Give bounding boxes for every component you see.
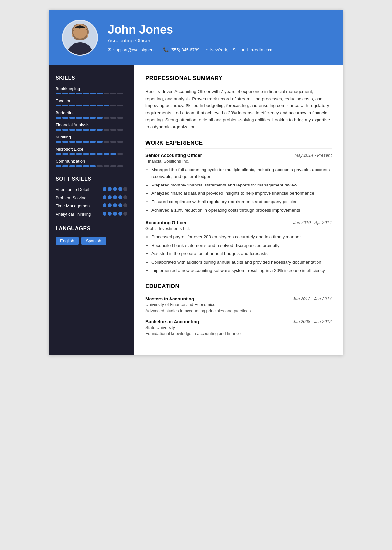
phone-icon: 📞 [163,47,169,52]
header-section: John Jones Accounting Officer ✉ support@… [49,10,343,65]
edu-degree: Bachelors in Accounting [145,319,199,324]
skill-segment [62,93,68,94]
skill-item: Microsoft Excel [56,147,127,155]
skill-segment [97,117,103,119]
soft-skill-dots [103,187,127,191]
skill-segment [97,153,103,155]
job-bullets: Managed the full accounting cycle for mu… [145,166,332,214]
dot [113,203,117,207]
summary-text: Results-driven Accounting Officer with 7… [145,88,332,131]
skill-segment [56,153,61,155]
skill-segment [69,141,75,143]
job-header: Senior Accounting OfficerMay 2014 - Pres… [145,153,332,158]
skill-segment [104,117,109,119]
job-bullet: Achieved a 10% reduction in operating co… [151,207,332,214]
skill-bar [56,105,127,106]
skill-segment [62,105,68,106]
skill-segment [117,165,123,167]
linkedin-icon: in [242,47,246,52]
resume-container: John Jones Accounting Officer ✉ support@… [49,10,343,355]
avatar [62,20,98,56]
jobs-list: Senior Accounting OfficerMay 2014 - Pres… [145,153,332,274]
soft-skill-name: Problem Solving [56,195,87,200]
skill-name: Communication [56,159,127,164]
dot [118,195,122,199]
education-title: EDUCATION [145,283,332,292]
skill-segment [62,117,68,119]
skill-segment [90,165,96,167]
dot [113,187,117,191]
dot [103,203,106,207]
skill-bar [56,153,127,155]
job-bullet: Ensured compliance with all regulatory r… [151,198,332,205]
language-tag: English [56,237,79,245]
dot [118,187,122,191]
skill-bar [56,165,127,167]
skill-segment [104,153,109,155]
skill-segment [76,165,82,167]
skill-segment [110,129,116,131]
skill-name: Microsoft Excel [56,147,127,152]
skill-segment [62,129,68,131]
skill-segment [76,153,82,155]
dot [113,195,117,199]
skill-item: Bookkeeping [56,86,127,94]
skill-segment [83,141,89,143]
soft-skill-item: Attention to Detail [56,187,127,192]
edu-header: Bachelors in AccountingJan 2008 - Jan 20… [145,319,332,324]
skill-segment [117,153,123,155]
language-tags: EnglishSpanish [56,237,127,245]
edu-item: Bachelors in AccountingJan 2008 - Jan 20… [145,319,332,336]
skill-segment [97,105,103,106]
soft-skill-item: Time Management [56,203,127,208]
contact-linkedin: in LinkedIn.com [242,47,272,52]
skill-segment [83,93,89,94]
skill-segment [76,105,82,106]
soft-skill-dots [103,203,127,207]
skill-segment [110,117,116,119]
skill-segment [62,141,68,143]
skill-segment [83,105,89,106]
skill-item: Auditing [56,135,127,143]
contact-email: ✉ support@cvdesigner.ai [108,47,156,52]
edu-desc: Advanced studies in accounting principle… [145,308,332,313]
skill-segment [69,105,75,106]
skill-segment [110,93,116,94]
dot [108,203,112,207]
skill-segment [56,93,61,94]
dot [103,187,106,191]
job-title: Senior Accounting Officer [145,153,202,158]
skill-segment [69,117,75,119]
soft-skill-dots [103,195,127,199]
skill-segment [90,93,96,94]
skill-segment [90,105,96,106]
job-item: Senior Accounting OfficerMay 2014 - Pres… [145,153,332,214]
dot [123,187,127,191]
edu-date: Jan 2012 - Jan 2014 [293,296,332,301]
soft-skill-dots [103,212,127,216]
skill-segment [69,93,75,94]
edu-desc: Foundational knowledge in accounting and… [145,331,332,336]
skill-segment [110,105,116,106]
skill-segment [97,129,103,131]
skill-segment [90,153,96,155]
job-company: Global Investments Ltd. [145,226,332,231]
skill-segment [76,141,82,143]
job-bullet: Implemented a new accounting software sy… [151,267,332,274]
job-date: Jun 2010 - Apr 2014 [293,220,332,225]
svg-point-3 [70,42,90,56]
work-experience-title: WORK EXPERIENCE [145,140,332,149]
soft-skill-name: Time Management [56,203,91,208]
work-experience-section: WORK EXPERIENCE Senior Accounting Office… [145,140,332,274]
email-icon: ✉ [108,47,112,52]
dot [123,212,127,216]
skill-segment [97,165,103,167]
job-bullet: Collaborated with auditors during annual… [151,259,332,266]
dot [108,212,112,216]
skill-segment [104,129,109,131]
skill-segment [83,117,89,119]
skill-bar [56,129,127,131]
skill-segment [117,117,123,119]
dot [103,195,106,199]
job-bullet: Analyzed financial data and provided ins… [151,190,332,197]
